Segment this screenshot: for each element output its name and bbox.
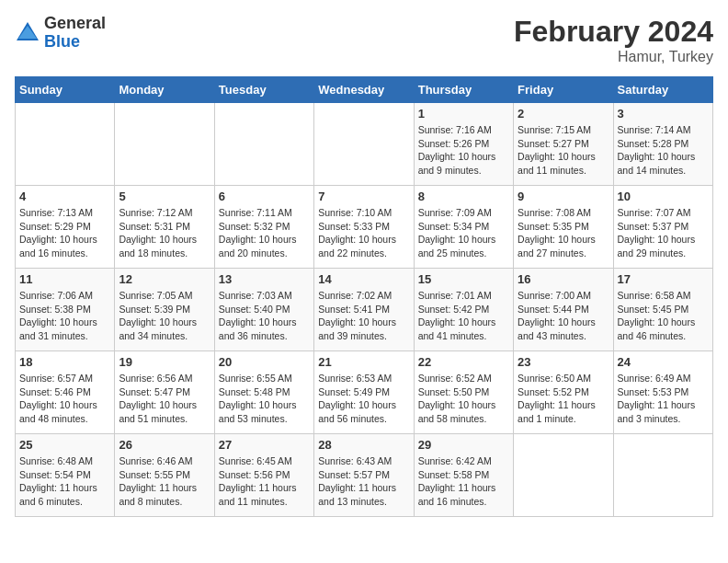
day-info: Sunrise: 6:43 AM Sunset: 5:57 PM Dayligh… xyxy=(318,454,409,509)
day-number: 5 xyxy=(119,190,210,203)
logo-general-text: General xyxy=(44,15,106,33)
calendar-cell: 14Sunrise: 7:02 AM Sunset: 5:41 PM Dayli… xyxy=(314,269,414,351)
logo: General Blue xyxy=(15,15,106,52)
day-info: Sunrise: 7:06 AM Sunset: 5:38 PM Dayligh… xyxy=(19,289,110,343)
day-info: Sunrise: 6:52 AM Sunset: 5:50 PM Dayligh… xyxy=(418,372,509,426)
day-number: 6 xyxy=(219,190,310,203)
calendar-cell: 10Sunrise: 7:07 AM Sunset: 5:37 PM Dayli… xyxy=(613,186,712,269)
day-number: 18 xyxy=(19,355,110,369)
header-day-wednesday: Wednesday xyxy=(314,77,414,103)
day-number: 7 xyxy=(318,190,409,203)
day-info: Sunrise: 7:03 AM Sunset: 5:40 PM Dayligh… xyxy=(219,289,310,343)
day-number: 21 xyxy=(318,355,409,369)
day-info: Sunrise: 6:56 AM Sunset: 5:47 PM Dayligh… xyxy=(119,372,210,426)
day-number: 24 xyxy=(618,355,709,369)
day-number: 12 xyxy=(119,272,210,286)
header-day-sunday: Sunday xyxy=(16,77,115,103)
day-number: 8 xyxy=(418,190,509,203)
calendar-cell: 1Sunrise: 7:16 AM Sunset: 5:26 PM Daylig… xyxy=(414,103,513,186)
day-number: 17 xyxy=(618,272,709,286)
calendar-cell: 15Sunrise: 7:01 AM Sunset: 5:42 PM Dayli… xyxy=(414,269,513,351)
calendar-cell: 9Sunrise: 7:08 AM Sunset: 5:35 PM Daylig… xyxy=(514,186,613,269)
day-info: Sunrise: 6:46 AM Sunset: 5:55 PM Dayligh… xyxy=(119,454,210,509)
svg-marker-1 xyxy=(18,26,37,39)
day-number: 20 xyxy=(219,355,310,369)
calendar-cell: 26Sunrise: 6:46 AM Sunset: 5:55 PM Dayli… xyxy=(115,434,214,517)
day-info: Sunrise: 7:07 AM Sunset: 5:37 PM Dayligh… xyxy=(618,206,709,260)
calendar-cell xyxy=(613,434,712,517)
calendar-cell: 25Sunrise: 6:48 AM Sunset: 5:54 PM Dayli… xyxy=(16,434,115,517)
calendar-cell: 23Sunrise: 6:50 AM Sunset: 5:52 PM Dayli… xyxy=(514,351,613,434)
calendar-cell: 4Sunrise: 7:13 AM Sunset: 5:29 PM Daylig… xyxy=(16,186,115,269)
day-info: Sunrise: 7:13 AM Sunset: 5:29 PM Dayligh… xyxy=(19,206,110,260)
header-day-thursday: Thursday xyxy=(414,77,513,103)
day-info: Sunrise: 7:08 AM Sunset: 5:35 PM Dayligh… xyxy=(518,206,609,260)
calendar-cell xyxy=(115,103,214,186)
header-day-friday: Friday xyxy=(514,77,613,103)
day-info: Sunrise: 6:57 AM Sunset: 5:46 PM Dayligh… xyxy=(19,372,110,426)
calendar-cell: 29Sunrise: 6:42 AM Sunset: 5:58 PM Dayli… xyxy=(414,434,513,517)
calendar-location: Hamur, Turkey xyxy=(514,49,713,65)
calendar-cell: 22Sunrise: 6:52 AM Sunset: 5:50 PM Dayli… xyxy=(414,351,513,434)
calendar-cell: 12Sunrise: 7:05 AM Sunset: 5:39 PM Dayli… xyxy=(115,269,214,351)
day-number: 28 xyxy=(318,438,409,452)
calendar-cell: 24Sunrise: 6:49 AM Sunset: 5:53 PM Dayli… xyxy=(613,351,712,434)
day-info: Sunrise: 6:53 AM Sunset: 5:49 PM Dayligh… xyxy=(318,372,409,426)
day-info: Sunrise: 6:55 AM Sunset: 5:48 PM Dayligh… xyxy=(219,372,310,426)
day-number: 25 xyxy=(19,438,110,452)
calendar-cell: 3Sunrise: 7:14 AM Sunset: 5:28 PM Daylig… xyxy=(613,103,712,186)
header-day-monday: Monday xyxy=(115,77,214,103)
day-number: 10 xyxy=(618,190,709,203)
day-info: Sunrise: 7:16 AM Sunset: 5:26 PM Dayligh… xyxy=(418,123,509,178)
week-row-4: 18Sunrise: 6:57 AM Sunset: 5:46 PM Dayli… xyxy=(16,351,713,434)
calendar-cell: 16Sunrise: 7:00 AM Sunset: 5:44 PM Dayli… xyxy=(514,269,613,351)
calendar-cell: 17Sunrise: 6:58 AM Sunset: 5:45 PM Dayli… xyxy=(613,269,712,351)
day-info: Sunrise: 6:58 AM Sunset: 5:45 PM Dayligh… xyxy=(618,289,709,343)
calendar-cell: 13Sunrise: 7:03 AM Sunset: 5:40 PM Dayli… xyxy=(214,269,313,351)
calendar-cell xyxy=(314,103,414,186)
calendar-cell: 28Sunrise: 6:43 AM Sunset: 5:57 PM Dayli… xyxy=(314,434,414,517)
day-number: 4 xyxy=(19,190,110,203)
calendar-body: 1Sunrise: 7:16 AM Sunset: 5:26 PM Daylig… xyxy=(16,103,713,517)
day-number: 1 xyxy=(418,107,509,121)
calendar-cell: 2Sunrise: 7:15 AM Sunset: 5:27 PM Daylig… xyxy=(514,103,613,186)
calendar-cell xyxy=(214,103,313,186)
day-info: Sunrise: 6:49 AM Sunset: 5:53 PM Dayligh… xyxy=(618,372,709,426)
calendar-title: February 2024 xyxy=(514,15,713,49)
day-number: 26 xyxy=(119,438,210,452)
calendar-table: SundayMondayTuesdayWednesdayThursdayFrid… xyxy=(15,76,713,517)
calendar-cell: 18Sunrise: 6:57 AM Sunset: 5:46 PM Dayli… xyxy=(16,351,115,434)
day-number: 29 xyxy=(418,438,509,452)
day-number: 11 xyxy=(19,272,110,286)
day-number: 9 xyxy=(518,190,609,203)
day-info: Sunrise: 7:14 AM Sunset: 5:28 PM Dayligh… xyxy=(618,123,709,178)
calendar-cell: 8Sunrise: 7:09 AM Sunset: 5:34 PM Daylig… xyxy=(414,186,513,269)
day-number: 15 xyxy=(418,272,509,286)
calendar-cell xyxy=(16,103,115,186)
title-block: February 2024 Hamur, Turkey xyxy=(514,15,713,65)
header-day-saturday: Saturday xyxy=(613,77,712,103)
day-number: 3 xyxy=(618,107,709,121)
day-info: Sunrise: 6:50 AM Sunset: 5:52 PM Dayligh… xyxy=(518,372,609,426)
logo-blue-text: Blue xyxy=(44,33,106,52)
page-header: General Blue February 2024 Hamur, Turkey xyxy=(15,15,713,65)
calendar-cell: 5Sunrise: 7:12 AM Sunset: 5:31 PM Daylig… xyxy=(115,186,214,269)
week-row-3: 11Sunrise: 7:06 AM Sunset: 5:38 PM Dayli… xyxy=(16,269,713,351)
day-info: Sunrise: 7:02 AM Sunset: 5:41 PM Dayligh… xyxy=(318,289,409,343)
day-info: Sunrise: 7:05 AM Sunset: 5:39 PM Dayligh… xyxy=(119,289,210,343)
day-info: Sunrise: 6:48 AM Sunset: 5:54 PM Dayligh… xyxy=(19,454,110,509)
day-number: 14 xyxy=(318,272,409,286)
day-number: 16 xyxy=(518,272,609,286)
day-number: 22 xyxy=(418,355,509,369)
day-info: Sunrise: 7:12 AM Sunset: 5:31 PM Dayligh… xyxy=(119,206,210,260)
day-number: 27 xyxy=(219,438,310,452)
day-info: Sunrise: 7:15 AM Sunset: 5:27 PM Dayligh… xyxy=(518,123,609,178)
calendar-cell: 7Sunrise: 7:10 AM Sunset: 5:33 PM Daylig… xyxy=(314,186,414,269)
calendar-header: SundayMondayTuesdayWednesdayThursdayFrid… xyxy=(16,77,713,103)
day-number: 13 xyxy=(219,272,310,286)
day-info: Sunrise: 7:09 AM Sunset: 5:34 PM Dayligh… xyxy=(418,206,509,260)
day-info: Sunrise: 7:11 AM Sunset: 5:32 PM Dayligh… xyxy=(219,206,310,260)
day-info: Sunrise: 7:01 AM Sunset: 5:42 PM Dayligh… xyxy=(418,289,509,343)
day-info: Sunrise: 7:10 AM Sunset: 5:33 PM Dayligh… xyxy=(318,206,409,260)
calendar-cell: 11Sunrise: 7:06 AM Sunset: 5:38 PM Dayli… xyxy=(16,269,115,351)
